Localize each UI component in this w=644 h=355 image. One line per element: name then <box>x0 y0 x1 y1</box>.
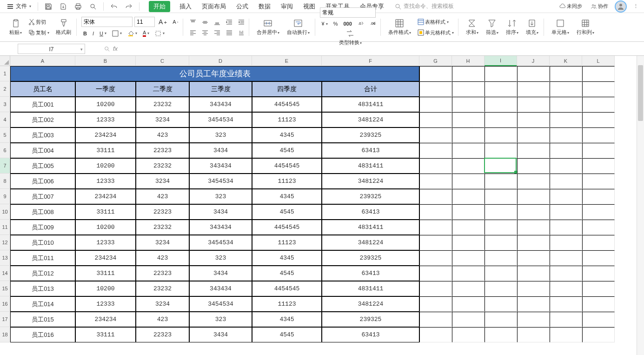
cell[interactable]: 63413 <box>322 327 419 342</box>
col-header-E[interactable]: E <box>252 56 322 66</box>
cell[interactable]: 3434 <box>189 204 252 220</box>
cell[interactable] <box>517 312 550 327</box>
cell[interactable]: 3434 <box>189 143 252 158</box>
cell[interactable]: 3434 <box>189 266 252 281</box>
cell[interactable] <box>485 112 517 127</box>
cell[interactable]: 10200 <box>75 158 136 174</box>
cell[interactable] <box>452 266 485 281</box>
cell[interactable] <box>582 127 615 143</box>
cell[interactable] <box>550 281 582 296</box>
cell[interactable]: 22323 <box>136 204 189 220</box>
filter-button[interactable]: 筛选▾ <box>483 18 501 37</box>
percent-button[interactable]: % <box>332 20 340 27</box>
cell[interactable]: 234234 <box>75 189 136 204</box>
cell[interactable] <box>485 189 517 204</box>
cell[interactable] <box>452 127 485 143</box>
comma-button[interactable]: 000 <box>341 20 353 27</box>
cell[interactable]: 4345 <box>252 312 322 327</box>
row-header-18[interactable]: 18 <box>0 327 10 342</box>
cell[interactable]: 63413 <box>322 143 419 158</box>
cell[interactable] <box>550 204 582 220</box>
cell[interactable]: 11123 <box>252 235 322 250</box>
cell[interactable] <box>452 296 485 312</box>
cell[interactable]: 10200 <box>75 220 136 235</box>
number-format-select[interactable] <box>320 7 376 18</box>
col-header-L[interactable]: L <box>582 56 615 66</box>
font-name-select[interactable] <box>81 17 133 27</box>
cell[interactable]: 10200 <box>75 281 136 296</box>
cell[interactable]: 3481224 <box>322 112 419 127</box>
col-header-K[interactable]: K <box>550 56 582 66</box>
cell[interactable] <box>517 327 550 342</box>
align-center-button[interactable] <box>200 28 210 37</box>
font-size-select[interactable] <box>134 17 155 27</box>
conditional-format-button[interactable]: 条件格式▾ <box>385 18 414 37</box>
cell[interactable]: 239325 <box>322 250 419 266</box>
cell[interactable] <box>485 174 517 189</box>
decrease-font-button[interactable]: A- <box>171 18 180 26</box>
cell[interactable] <box>582 189 615 204</box>
cell[interactable] <box>550 174 582 189</box>
cell[interactable]: 员工007 <box>10 189 75 204</box>
header-cell[interactable]: 四季度 <box>252 81 322 97</box>
cell[interactable]: 423 <box>136 189 189 204</box>
cell[interactable] <box>419 281 452 296</box>
cell[interactable]: 33111 <box>75 204 136 220</box>
cell[interactable] <box>582 312 615 327</box>
cell[interactable] <box>582 97 615 112</box>
row-header-6[interactable]: 6 <box>0 143 10 158</box>
cell[interactable] <box>582 174 615 189</box>
row-header-15[interactable]: 15 <box>0 281 10 296</box>
cell[interactable]: 423 <box>136 250 189 266</box>
row-header-1[interactable]: 1 <box>0 66 10 81</box>
cell[interactable] <box>582 66 615 81</box>
cell[interactable] <box>485 66 517 81</box>
cell[interactable]: 4345 <box>252 127 322 143</box>
more-button[interactable]: ⋮ <box>631 2 640 10</box>
cell-button[interactable]: 单元格▾ <box>549 18 572 37</box>
row-header-4[interactable]: 4 <box>0 112 10 127</box>
cell[interactable] <box>485 127 517 143</box>
cell[interactable]: 员工015 <box>10 312 75 327</box>
decrease-decimal-button[interactable]: .00 <box>368 20 378 28</box>
cell[interactable] <box>419 97 452 112</box>
cell[interactable]: 22323 <box>136 327 189 342</box>
table-style-button[interactable]: 表格样式▾ <box>416 18 456 27</box>
cell[interactable]: 234234 <box>75 312 136 327</box>
cell[interactable] <box>582 281 615 296</box>
col-header-J[interactable]: J <box>517 56 550 66</box>
cell[interactable] <box>452 250 485 266</box>
cell[interactable]: 343434 <box>189 97 252 112</box>
cell[interactable]: 23232 <box>136 220 189 235</box>
align-bottom-button[interactable] <box>212 18 222 27</box>
cell[interactable] <box>452 204 485 220</box>
cell[interactable]: 3454534 <box>189 174 252 189</box>
cell[interactable] <box>452 112 485 127</box>
orientation-button[interactable] <box>236 28 246 37</box>
cell[interactable]: 员工002 <box>10 112 75 127</box>
indent-increase-button[interactable] <box>236 18 246 27</box>
cell[interactable] <box>419 220 452 235</box>
cell[interactable]: 23232 <box>136 158 189 174</box>
highlight-button[interactable]: ▾ <box>153 29 166 38</box>
name-box[interactable]: I7 <box>18 44 85 54</box>
cell[interactable] <box>582 266 615 281</box>
border-button[interactable]: ▾ <box>110 29 124 38</box>
cell[interactable] <box>550 158 582 174</box>
increase-decimal-button[interactable]: .0 <box>356 20 366 28</box>
cell[interactable] <box>419 127 452 143</box>
cell[interactable] <box>582 158 615 174</box>
cell[interactable]: 12333 <box>75 174 136 189</box>
cell[interactable]: 员工011 <box>10 250 75 266</box>
cell[interactable]: 4831411 <box>322 97 419 112</box>
tab-插入[interactable]: 插入 <box>179 1 193 12</box>
col-header-H[interactable]: H <box>452 56 485 66</box>
header-cell[interactable]: 三季度 <box>189 81 252 97</box>
cell[interactable] <box>517 266 550 281</box>
cell[interactable] <box>485 97 517 112</box>
copy-button[interactable]: 复制▾ <box>27 28 51 37</box>
cell[interactable] <box>517 296 550 312</box>
undo-button[interactable] <box>107 2 120 11</box>
cell[interactable] <box>485 158 517 174</box>
cell[interactable] <box>485 235 517 250</box>
